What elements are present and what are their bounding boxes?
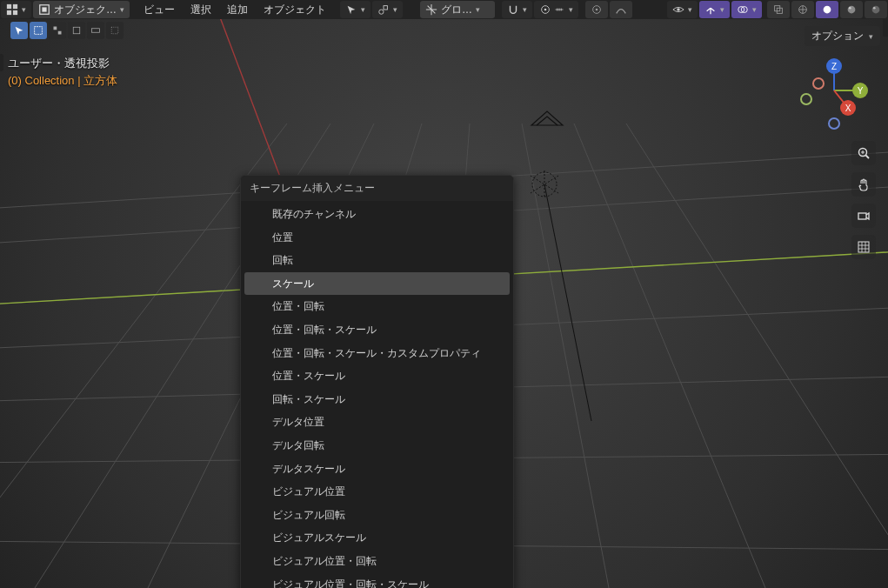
svg-rect-23 (13, 4, 17, 9)
menu-select[interactable]: 選択 (184, 1, 218, 18)
header-menus: ビュー 選択 追加 オブジェクト (136, 1, 334, 18)
pan-tool[interactable] (851, 172, 876, 197)
matprev-icon (845, 3, 858, 16)
menu-item[interactable]: 位置 (244, 226, 510, 250)
shading-solid[interactable] (816, 1, 838, 18)
svg-point-41 (848, 6, 856, 14)
menu-item[interactable]: ビジュアル回転 (244, 504, 510, 527)
gizmo-dropdown[interactable] (699, 1, 730, 18)
options-dropdown[interactable]: オプション (805, 26, 880, 46)
wireframe-icon (797, 3, 809, 16)
viewport-info: ユーザー・透視投影 (0) Collection | 立方体 (8, 56, 117, 89)
svg-point-62 (829, 118, 839, 129)
menu-item[interactable]: デルタ位置 (244, 411, 510, 434)
editor-type-dropdown[interactable] (1, 1, 31, 18)
solid-icon (821, 3, 833, 16)
svg-point-42 (849, 7, 851, 10)
svg-line-12 (574, 124, 765, 588)
visibility-dropdown[interactable] (667, 1, 698, 18)
menu-view[interactable]: ビュー (137, 1, 182, 18)
svg-text:Z: Z (831, 62, 837, 71)
orientation-dropdown[interactable]: グロ… (420, 1, 495, 18)
pivot-icon (377, 3, 390, 16)
proportional-dropdown[interactable] (534, 1, 578, 18)
header-toolbar: オブジェク… ビュー 選択 追加 オブジェクト グロ… (0, 0, 888, 19)
menu-item[interactable]: ビジュアル位置 (244, 480, 510, 504)
menu-item[interactable]: ビジュアル位置・回転・スケール (244, 573, 510, 589)
proportional-icon (539, 3, 551, 16)
svg-rect-45 (35, 27, 43, 35)
select-tool-intersect[interactable] (106, 22, 124, 39)
menu-object[interactable]: オブジェクト (257, 1, 333, 18)
shading-wire[interactable] (791, 1, 814, 18)
select-tool-tweak[interactable] (10, 22, 28, 39)
perspective-toggle[interactable] (851, 235, 876, 259)
select-tool-subtract[interactable] (68, 22, 85, 39)
menu-item[interactable]: 位置・スケール (244, 364, 510, 388)
menu-item[interactable]: 既存のチャンネル (244, 203, 510, 226)
svg-text:X: X (845, 104, 851, 113)
svg-point-43 (872, 6, 880, 14)
svg-rect-22 (7, 4, 11, 9)
grid-icon (6, 3, 18, 16)
eye-icon (672, 3, 684, 16)
shading-matprev[interactable] (840, 1, 863, 18)
select-mode-toolbar (0, 21, 888, 40)
global-icon (425, 3, 437, 16)
svg-point-60 (813, 78, 824, 89)
camera-object[interactable] (528, 106, 566, 132)
svg-rect-48 (73, 27, 80, 34)
menu-item[interactable]: 回転・スケール (244, 388, 510, 411)
nav-gizmo[interactable]: Z Y X (799, 54, 869, 132)
svg-point-44 (873, 7, 876, 10)
svg-rect-27 (42, 7, 46, 11)
viewport-collection-label: (0) Collection | 立方体 (8, 73, 117, 89)
overlay-dropdown[interactable] (731, 1, 762, 18)
zoom-tool[interactable] (851, 141, 876, 165)
magnet-icon (507, 3, 519, 16)
menu-item[interactable]: デルタ回転 (244, 434, 510, 458)
options-label: オプション (811, 29, 864, 43)
shading-rendered[interactable] (865, 1, 887, 18)
menu-item[interactable]: 位置・回転・スケール・カスタムプロパティ (244, 342, 510, 365)
menu-item[interactable]: 位置・回転・スケール (244, 318, 510, 342)
cursor-icon (345, 3, 357, 16)
menu-item[interactable]: 位置・回転 (244, 295, 510, 318)
mode-label: オブジェク… (54, 3, 117, 17)
select-tool-invert[interactable] (87, 22, 104, 39)
svg-rect-47 (58, 31, 62, 35)
object-mode-icon (38, 3, 50, 16)
target-icon (591, 3, 603, 16)
menu-item[interactable]: ビジュアルスケール (244, 526, 510, 550)
svg-line-13 (626, 124, 888, 588)
menu-title: キーフレーム挿入メニュー (241, 176, 513, 201)
menu-item[interactable]: スケール (244, 272, 510, 296)
keyframe-insert-menu: キーフレーム挿入メニュー 既存のチャンネル位置回転スケール位置・回転位置・回転・… (240, 175, 514, 588)
axes-icon (704, 3, 717, 16)
svg-rect-67 (858, 213, 866, 219)
curve-toggle[interactable] (610, 1, 632, 18)
target-toggle[interactable] (585, 1, 608, 18)
select-tool-extend[interactable] (49, 22, 66, 39)
light-object[interactable] (522, 169, 600, 430)
svg-rect-25 (13, 10, 17, 15)
snap-dropdown[interactable] (502, 1, 532, 18)
svg-point-28 (379, 10, 384, 14)
region-toggle-left[interactable] (0, 54, 3, 71)
select-tool-box[interactable] (30, 22, 47, 39)
menu-item[interactable]: デルタスケール (244, 458, 510, 481)
mode-dropdown[interactable]: オブジェク… (33, 1, 130, 18)
menu-item[interactable]: 回転 (244, 249, 510, 272)
xray-toggle[interactable] (767, 1, 790, 18)
camera-view-tool[interactable] (851, 204, 876, 228)
transform-orientation-1[interactable] (340, 1, 371, 18)
svg-point-31 (544, 9, 547, 11)
viewport-projection-label: ユーザー・透視投影 (8, 56, 117, 71)
svg-rect-68 (858, 242, 869, 252)
menu-item[interactable]: ビジュアル位置・回転 (244, 550, 510, 573)
svg-point-40 (824, 6, 831, 14)
svg-line-21 (544, 184, 591, 421)
menu-add[interactable]: 追加 (220, 1, 255, 18)
pivot-dropdown[interactable] (372, 1, 403, 18)
ruler-icon (553, 3, 565, 16)
